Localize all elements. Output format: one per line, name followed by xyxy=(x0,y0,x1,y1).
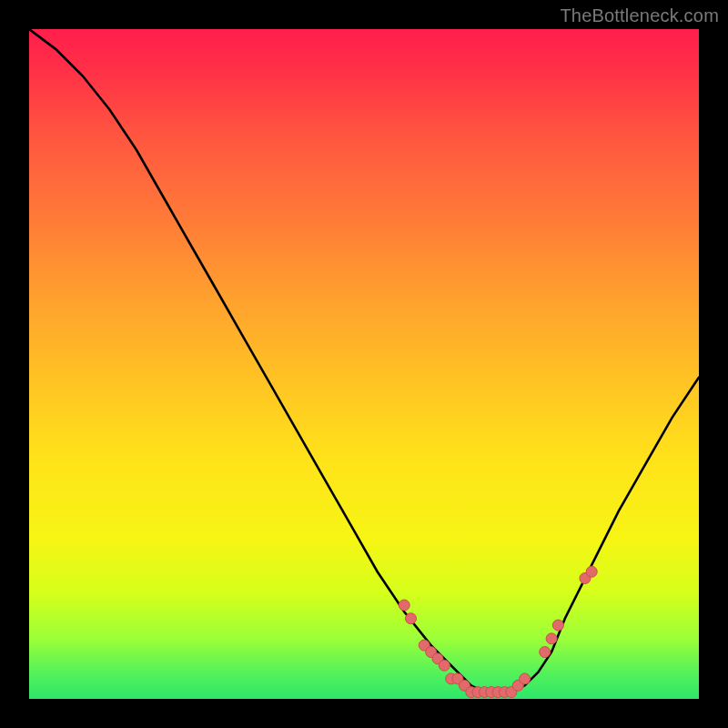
data-markers xyxy=(399,566,597,697)
bottleneck-curve xyxy=(29,29,699,693)
data-marker xyxy=(552,620,563,631)
data-marker xyxy=(520,673,531,684)
data-marker xyxy=(546,633,557,644)
data-marker xyxy=(540,647,551,658)
chart-frame xyxy=(29,29,699,699)
attribution-text: TheBottleneck.com xyxy=(560,5,719,26)
data-marker xyxy=(586,566,597,577)
data-marker xyxy=(399,600,410,611)
data-marker xyxy=(439,660,450,671)
chart-svg xyxy=(29,29,699,699)
data-marker xyxy=(406,613,417,624)
